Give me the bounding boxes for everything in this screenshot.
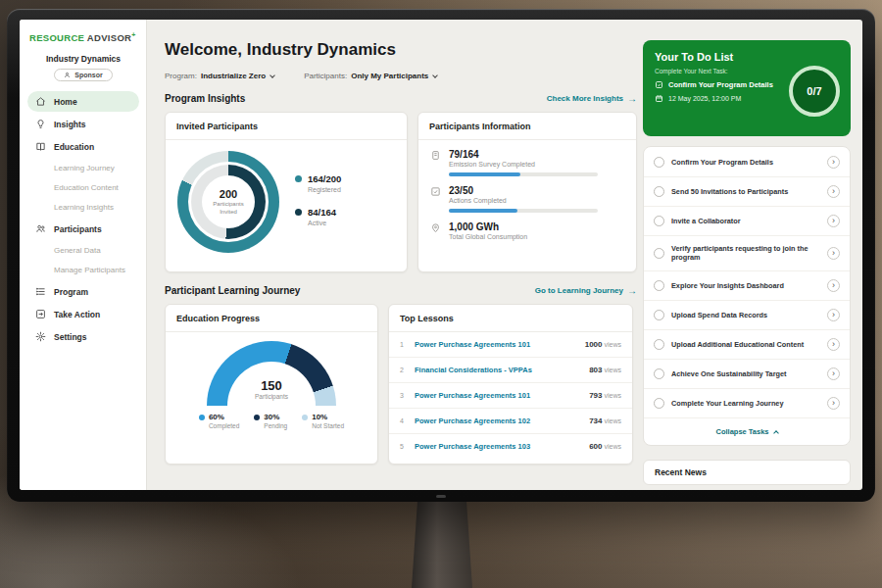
participants-filter-label: Participants: (304, 72, 347, 80)
stat-label: Total Global Consumption (449, 233, 527, 240)
lesson-link[interactable]: Power Purchase Agreements 102 (415, 416, 581, 425)
donut-center-value: 200 (208, 188, 249, 200)
gauge-center-label: 150 Participants (255, 378, 288, 400)
sidebar-item-take-action[interactable]: Take Action (27, 304, 139, 324)
sidebar-item-participants[interactable]: Participants (27, 219, 139, 239)
check-square-icon (430, 186, 441, 197)
task-item[interactable]: Confirm Your Program Details › (644, 148, 850, 177)
chevron-right-icon[interactable]: › (827, 368, 840, 380)
task-label: Send 50 Invitations to Participants (671, 187, 820, 196)
task-checkbox[interactable] (654, 310, 664, 320)
lesson-link[interactable]: Financial Considerations - VPPAs (415, 366, 581, 374)
task-item[interactable]: Verify participants requesting to join t… (644, 236, 850, 271)
lesson-rank: 4 (400, 417, 407, 424)
chevron-right-icon[interactable]: › (827, 156, 840, 169)
chevron-right-icon[interactable]: › (827, 215, 840, 227)
legend-value: 10% (312, 413, 344, 421)
participants-filter-dropdown[interactable]: Participants: Only My Participants (304, 72, 437, 80)
chevron-right-icon[interactable]: › (827, 247, 840, 260)
recent-news-title: Recent News (655, 467, 707, 477)
legend-item: 60% Completed (199, 413, 239, 429)
recent-news-header[interactable]: Recent News (643, 460, 851, 485)
lesson-link[interactable]: Power Purchase Agreements 103 (415, 442, 581, 451)
sidebar-item-home[interactable]: Home (27, 91, 139, 112)
lesson-row: 1 Power Purchase Agreements 101 1000view… (389, 332, 632, 358)
chevron-right-icon[interactable]: › (827, 185, 840, 198)
task-checkbox[interactable] (654, 368, 664, 379)
task-item[interactable]: Send 50 Invitations to Participants › (644, 177, 850, 207)
sidebar-item-learning-insights[interactable]: Learning Insights (27, 198, 139, 217)
main-content: Welcome, Industry Dynamics Program: Indu… (147, 20, 643, 490)
todo-next-task: Confirm Your Program Details (668, 80, 773, 89)
chevron-right-icon[interactable]: › (827, 309, 840, 321)
task-checkbox[interactable] (654, 398, 664, 409)
task-checkbox[interactable] (654, 157, 664, 168)
sidebar-item-label: Participants (54, 224, 102, 234)
monitor-stand (412, 498, 472, 588)
program-filter-dropdown[interactable]: Program: Industrialize Zero (165, 72, 274, 80)
card-title: Top Lessons (389, 305, 632, 332)
lesson-row: 5 Power Purchase Agreements 103 600views (389, 434, 632, 459)
go-to-learning-journey-link[interactable]: Go to Learning Journey → (535, 286, 637, 296)
task-checkbox[interactable] (654, 280, 664, 291)
program-insights-header: Program Insights Check More Insights → (165, 93, 637, 104)
legend-value: 84/164 (308, 207, 336, 218)
todo-progress-value: 0/7 (807, 85, 821, 97)
invited-participants-card: Invited Participants 200 Participants In… (165, 112, 408, 272)
legend-value: 164/200 (308, 173, 341, 184)
sidebar-item-general-data[interactable]: General Data (27, 241, 139, 260)
task-item[interactable]: Complete Your Learning Journey › (644, 389, 850, 418)
lesson-link[interactable]: Power Purchase Agreements 101 (415, 340, 577, 349)
book-icon (35, 141, 46, 152)
page-title: Welcome, Industry Dynamics (165, 40, 637, 60)
task-item[interactable]: Achieve One Sustainability Target › (644, 360, 850, 389)
task-item[interactable]: Invite a Collaborator › (644, 207, 850, 236)
power-led (436, 495, 446, 498)
learning-journey-header: Participant Learning Journey Go to Learn… (165, 285, 637, 296)
collapse-tasks-button[interactable]: Collapse Tasks (644, 418, 850, 444)
sidebar-item-insights[interactable]: Insights (27, 114, 139, 134)
sidebar-item-education[interactable]: Education (27, 136, 139, 157)
legend-label: Active (308, 220, 336, 226)
lesson-views-label: views (604, 417, 621, 424)
insights-cards-row: Invited Participants 200 Participants In… (165, 112, 637, 272)
chevron-right-icon[interactable]: › (827, 338, 840, 351)
sidebar-item-settings[interactable]: Settings (27, 326, 139, 347)
task-checkbox[interactable] (654, 339, 664, 350)
sidebar-item-manage-participants[interactable]: Manage Participants (27, 261, 139, 279)
sidebar-item-education-content[interactable]: Education Content (27, 178, 139, 197)
task-label: Upload Spend Data Records (671, 311, 820, 319)
logo-secondary: ADVISOR (87, 32, 131, 43)
education-progress-card: Education Progress 150 Participants (165, 304, 378, 465)
card-title: Invited Participants (166, 113, 407, 140)
task-checkbox[interactable] (654, 216, 664, 226)
lesson-views-value: 734 (589, 416, 602, 425)
legend-value: 30% (264, 413, 287, 421)
todo-next-task-row: Confirm Your Program Details (655, 80, 782, 89)
check-more-insights-link[interactable]: Check More Insights → (547, 94, 637, 104)
monitor-bezel: RESOURCE ADVISOR+ Industry Dynamics Spon… (7, 9, 875, 502)
app-logo: RESOURCE ADVISOR+ (27, 31, 139, 43)
lesson-row: 4 Power Purchase Agreements 102 734views (389, 409, 632, 434)
sponsor-badge: Sponsor (54, 69, 112, 81)
sidebar-item-learning-journey[interactable]: Learning Journey (27, 159, 139, 177)
checkbox-icon (655, 80, 663, 89)
task-checkbox[interactable] (654, 248, 664, 259)
task-item[interactable]: Upload Additional Educational Content › (644, 330, 850, 360)
task-item[interactable]: Explore Your Insights Dashboard › (644, 271, 850, 301)
link-label: Go to Learning Journey (535, 286, 623, 295)
person-icon (64, 72, 71, 78)
sidebar-item-program[interactable]: Program (27, 281, 139, 302)
lesson-rank: 1 (400, 341, 407, 348)
lesson-link[interactable]: Power Purchase Agreements 101 (415, 391, 581, 400)
section-title: Participant Learning Journey (165, 285, 300, 296)
task-item[interactable]: Upload Spend Data Records › (644, 301, 850, 330)
lesson-views-value: 793 (589, 391, 602, 400)
chevron-down-icon (432, 73, 438, 78)
legend-item: 10% Not Started (302, 413, 344, 429)
progress-bar-fill (449, 172, 520, 176)
chevron-right-icon[interactable]: › (827, 279, 840, 292)
chevron-right-icon[interactable]: › (827, 397, 840, 410)
task-checkbox[interactable] (654, 186, 664, 197)
legend-dot-not-started (302, 415, 308, 420)
